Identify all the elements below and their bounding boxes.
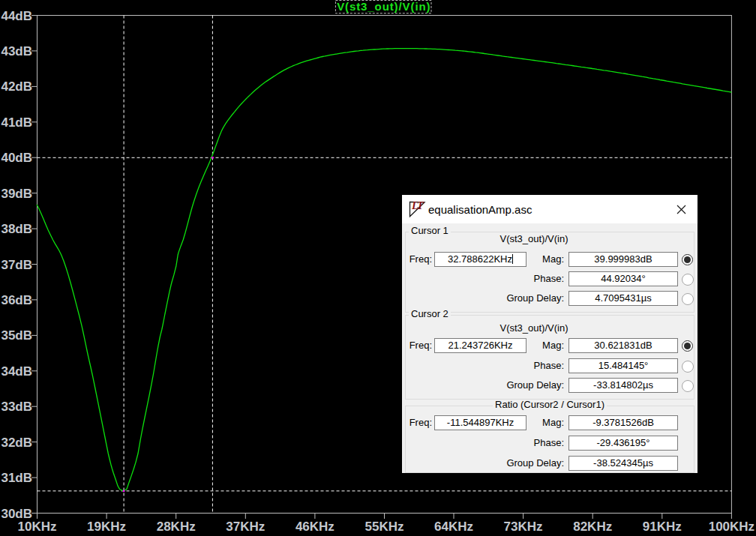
svg-text:31dB: 31dB xyxy=(1,471,32,485)
svg-text:91KHz: 91KHz xyxy=(643,520,682,534)
svg-text:41dB: 41dB xyxy=(1,115,32,130)
svg-text:44dB: 44dB xyxy=(1,9,32,23)
svg-text:33dB: 33dB xyxy=(1,400,32,414)
svg-text:36dB: 36dB xyxy=(1,293,32,307)
svg-text:V(st3_out)/V(in): V(st3_out)/V(in) xyxy=(337,0,430,13)
svg-text:19KHz: 19KHz xyxy=(87,520,126,534)
svg-text:28KHz: 28KHz xyxy=(157,520,196,534)
svg-text:40dB: 40dB xyxy=(1,151,32,165)
svg-text:37KHz: 37KHz xyxy=(226,520,265,534)
svg-text:35dB: 35dB xyxy=(1,328,32,343)
svg-text:73KHz: 73KHz xyxy=(504,520,543,534)
svg-text:43dB: 43dB xyxy=(1,44,32,58)
svg-text:100KHz: 100KHz xyxy=(709,520,754,534)
svg-text:82KHz: 82KHz xyxy=(573,520,612,534)
svg-text:34dB: 34dB xyxy=(1,364,32,379)
svg-text:42dB: 42dB xyxy=(1,79,32,94)
svg-text:10KHz: 10KHz xyxy=(18,520,57,534)
svg-text:64KHz: 64KHz xyxy=(434,520,473,534)
svg-text:32dB: 32dB xyxy=(1,436,32,450)
svg-text:39dB: 39dB xyxy=(1,187,32,201)
svg-text:46KHz: 46KHz xyxy=(296,520,334,534)
svg-text:37dB: 37dB xyxy=(1,258,32,272)
svg-text:55KHz: 55KHz xyxy=(365,520,404,534)
svg-text:38dB: 38dB xyxy=(1,222,32,236)
